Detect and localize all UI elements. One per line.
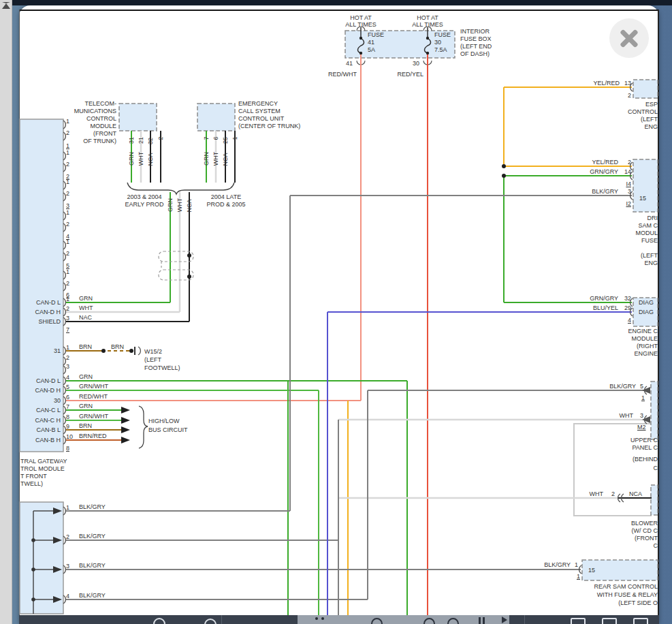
dots-icon[interactable] — [321, 617, 324, 620]
modal-top-rule — [19, 10, 659, 11]
thumbnail-icon[interactable] — [633, 618, 648, 624]
scrollbar[interactable] — [0, 0, 12, 624]
modal-right-edge — [658, 10, 659, 624]
search-icon[interactable] — [153, 618, 165, 624]
toolbar-divider — [221, 615, 222, 624]
modal-left-edge — [19, 10, 20, 624]
thumbnail-icon[interactable] — [602, 618, 617, 624]
diagram-modal — [19, 5, 659, 624]
thumbnail-icon[interactable] — [571, 618, 586, 624]
top-bar — [12, 0, 672, 5]
dots-icon[interactable] — [315, 617, 318, 620]
arrow-icon[interactable] — [502, 617, 507, 623]
page: { "window": { "kind": "wiring-diagram-vi… — [0, 0, 672, 624]
search-plus-icon[interactable] — [204, 619, 217, 624]
toolbar-active-segment — [298, 615, 509, 624]
pause-icon[interactable] — [479, 617, 481, 624]
bottom-toolbar[interactable] — [19, 615, 659, 624]
pause-icon[interactable] — [483, 617, 485, 624]
toolbar-divider — [524, 615, 525, 624]
scroll-up-button[interactable] — [2, 2, 10, 9]
close-button[interactable] — [609, 18, 649, 58]
